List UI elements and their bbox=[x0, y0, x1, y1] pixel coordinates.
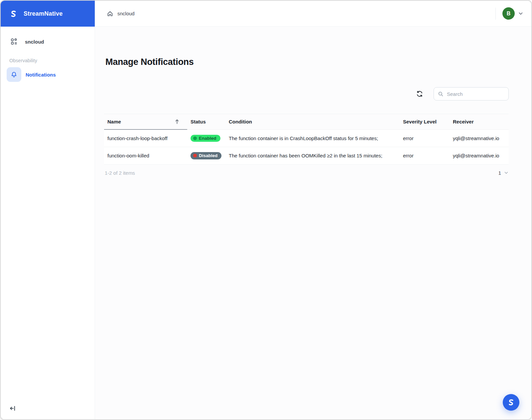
sidebar-nav: sncloud Observability Notifications bbox=[1, 35, 95, 84]
column-header-receiver[interactable]: Receiver bbox=[450, 114, 509, 130]
avatar[interactable]: B bbox=[502, 7, 515, 20]
notifications-table: Name Status Condition Severity Level bbox=[104, 114, 509, 176]
column-header-condition[interactable]: Condition bbox=[225, 114, 400, 130]
page-select[interactable]: 1 bbox=[498, 170, 508, 176]
status-badge: Enabled bbox=[191, 135, 220, 142]
refresh-button[interactable] bbox=[415, 89, 424, 99]
cell-condition: The function container has been OOMKille… bbox=[225, 147, 400, 165]
streamnative-logo-icon bbox=[9, 9, 18, 18]
page-title: Manage Notifications bbox=[105, 57, 509, 67]
status-dot-icon bbox=[193, 136, 197, 140]
sidebar-item-notifications[interactable]: Notifications bbox=[1, 65, 95, 84]
app-window: StreamNative sncloud Observability bbox=[0, 0, 532, 420]
cell-status: Disabled bbox=[187, 147, 225, 165]
cell-name: function-crash-loop-backoff bbox=[104, 129, 187, 147]
sidebar-item-label: sncloud bbox=[25, 39, 44, 45]
table-row[interactable]: function-oom-killed Disabled The functio… bbox=[104, 147, 509, 165]
column-header-status[interactable]: Status bbox=[187, 114, 225, 130]
topbar: sncloud B bbox=[95, 1, 531, 27]
status-label: Enabled bbox=[199, 136, 216, 141]
cell-receiver: yqli@streamnative.io bbox=[450, 147, 509, 165]
table-row[interactable]: function-crash-loop-backoff Enabled The … bbox=[104, 129, 509, 147]
chevron-down-icon[interactable] bbox=[519, 12, 523, 15]
streamnative-logo-icon bbox=[507, 398, 515, 407]
search-box[interactable] bbox=[434, 87, 509, 101]
apps-grid-icon bbox=[10, 38, 18, 45]
breadcrumb-label: sncloud bbox=[117, 11, 135, 16]
table-toolbar bbox=[104, 87, 509, 101]
cell-severity: error bbox=[400, 147, 450, 165]
status-dot-icon bbox=[193, 154, 197, 157]
column-header-name[interactable]: Name bbox=[104, 114, 187, 130]
column-header-severity[interactable]: Severity Level bbox=[400, 114, 450, 130]
cell-condition: The function container is in CrashLoopBa… bbox=[225, 129, 400, 147]
collapse-sidebar-button[interactable] bbox=[9, 404, 17, 413]
main-content: Manage Notifications bbox=[95, 27, 531, 419]
cell-status: Enabled bbox=[187, 129, 225, 147]
sort-ascending-icon bbox=[175, 119, 179, 124]
brand-name: StreamNative bbox=[24, 10, 63, 17]
sidebar-item-label: Notifications bbox=[26, 72, 56, 78]
topbar-divider bbox=[495, 8, 496, 20]
column-label: Name bbox=[107, 119, 121, 124]
cell-receiver: yqli@streamnative.io bbox=[450, 129, 509, 147]
status-badge: Disabled bbox=[191, 152, 221, 159]
cell-name: function-oom-killed bbox=[104, 147, 187, 165]
bell-icon bbox=[7, 67, 21, 82]
breadcrumb[interactable]: sncloud bbox=[107, 10, 135, 17]
collapse-arrow-icon bbox=[9, 405, 17, 412]
status-label: Disabled bbox=[199, 153, 217, 158]
sidebar-item-sncloud[interactable]: sncloud bbox=[1, 35, 95, 49]
refresh-icon bbox=[416, 90, 424, 98]
home-icon bbox=[107, 10, 113, 17]
account-menu: B bbox=[495, 7, 523, 20]
pagination-summary: 1-2 of 2 items bbox=[105, 170, 135, 176]
support-fab-button[interactable] bbox=[503, 394, 519, 411]
current-page: 1 bbox=[498, 170, 501, 176]
pagination: 1-2 of 2 items 1 bbox=[104, 170, 509, 176]
chevron-down-icon bbox=[504, 172, 508, 174]
search-icon bbox=[438, 91, 444, 97]
cell-severity: error bbox=[400, 129, 450, 147]
search-input[interactable] bbox=[446, 91, 504, 97]
sidebar-section-observability: Observability bbox=[9, 58, 95, 63]
brand-header[interactable]: StreamNative bbox=[1, 1, 95, 27]
sidebar: StreamNative sncloud Observability bbox=[1, 1, 95, 419]
